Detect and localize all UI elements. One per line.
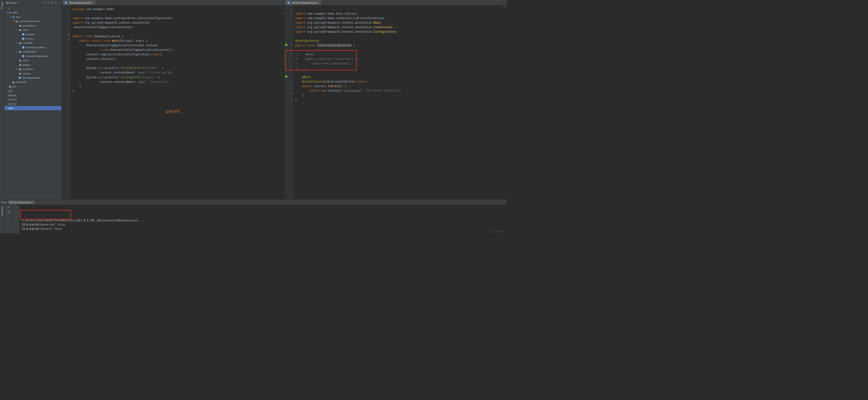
fold-icon[interactable]: ⊟ [68, 88, 69, 91]
tree-item[interactable]: ▾configuration [4, 50, 61, 54]
hide-icon[interactable]: — [59, 1, 60, 4]
rerun-icon[interactable]: ▶ [8, 206, 9, 209]
code-editor-left[interactable]: package com.example.demo; import com.exa… [70, 5, 284, 199]
console-output[interactable]: /Library/Java/JavaVirtualMachines/jdk1.8… [20, 204, 507, 233]
run-label: Run: [2, 201, 7, 204]
tree-item-label: listener [23, 63, 30, 66]
editor-gutter-right[interactable]: ⊟ ⊟ ⊟ ⊟ ⊟ ⊟ ⊟ [284, 5, 293, 199]
folder-icon [15, 20, 19, 23]
gear-icon[interactable]: ⚙ [55, 1, 57, 4]
locate-icon[interactable]: ⊕ [44, 1, 45, 4]
folder-icon [19, 41, 22, 45]
dropdown-arrow-icon[interactable]: ▾ [17, 1, 19, 4]
tree-item[interactable]: ELP.md [4, 102, 61, 106]
class-icon: C [22, 46, 25, 49]
tree-item[interactable]: ▾processor [4, 67, 61, 71]
dots-icon[interactable]: ⋯ [8, 215, 9, 218]
editor-pane-left: C DemoApplication.java × ▶ ▶ ⊟ ⊟ ⊟ ⊟ ⊟ [61, 0, 284, 200]
tree-item-label: Library [25, 37, 33, 40]
fold-icon[interactable]: ⊟ [68, 38, 69, 41]
close-icon[interactable]: × [32, 201, 33, 204]
project-tree[interactable]: c▾main▾java▾com.example.demoannotations▾… [4, 5, 61, 111]
run-panel: Run: ▤ DemoApplication × Structure ▶ 🔧 ⋯… [0, 200, 507, 234]
tree-item-label: java [16, 16, 20, 19]
folder-icon [19, 63, 22, 67]
structure-tool-label[interactable]: Structure [1, 206, 4, 216]
folder-icon [8, 11, 12, 15]
fold-icon[interactable]: ⊟ [68, 16, 69, 19]
tab-library-configuration[interactable]: C LibraryConfiguration.java × [285, 0, 321, 5]
fold-icon[interactable]: ⊟ [68, 84, 69, 86]
class-icon: C [65, 1, 67, 4]
run-config-icon: ▤ [10, 201, 12, 204]
run-config-name: DemoApplication [12, 201, 31, 204]
expand-icon[interactable]: ≡ [48, 1, 49, 4]
tree-item-label: ELP.md [8, 103, 17, 106]
editor-gutter-left[interactable]: ▶ ▶ ⊟ ⊟ ⊟ ⊟ ⊟ [61, 5, 70, 199]
run-panel-header: Run: ▤ DemoApplication × [0, 200, 507, 204]
tree-item[interactable]: ▾bean [4, 28, 61, 32]
tree-item[interactable]: service [4, 71, 61, 76]
close-icon[interactable]: × [92, 1, 93, 4]
fold-icon[interactable]: ⊟ [291, 84, 292, 86]
tree-arrow-icon[interactable]: ▾ [16, 28, 19, 31]
tree-item[interactable]: ▾java [4, 15, 61, 19]
fold-icon[interactable]: ⊟ [291, 66, 292, 68]
code-editor-right[interactable]: import com.example.demo.bean.Library;imp… [293, 5, 507, 199]
tree-item[interactable]: CLibrarianCondition [4, 45, 61, 50]
folder-icon [19, 50, 22, 53]
tree-item[interactable]: CDemoApplication [4, 76, 61, 80]
folder-icon [19, 28, 22, 32]
run-config-tab[interactable]: ▤ DemoApplication × [8, 200, 35, 204]
tree-arrow-icon[interactable]: ▾ [6, 11, 8, 14]
wrench-icon[interactable]: 🔧 [7, 211, 10, 213]
tree-item[interactable]: c [4, 6, 61, 10]
class-icon: C [22, 55, 25, 57]
fold-icon[interactable]: ⊟ [291, 43, 292, 46]
close-icon[interactable]: × [318, 1, 319, 4]
csdn-credit: CSDN @砖业洋_ [491, 230, 506, 233]
up-icon[interactable]: ↑ [16, 206, 17, 209]
tree-item[interactable]: CLibrary [4, 36, 61, 41]
tree-item[interactable]: itignore [4, 93, 61, 97]
tree-item[interactable]: ▾main [4, 10, 61, 15]
tree-item[interactable]: test [4, 84, 61, 88]
tab-demo-application[interactable]: C DemoApplication.java × [63, 0, 95, 5]
spring-bean-icon[interactable] [285, 44, 287, 46]
tree-arrow-icon[interactable]: ▾ [16, 50, 19, 53]
project-tool-label[interactable]: Project [1, 2, 4, 9]
tree-item[interactable]: listener [4, 62, 61, 67]
tree-item[interactable]: vnw [4, 106, 61, 110]
tree-item[interactable]: resources [4, 80, 61, 84]
check-icon: ✔ [281, 6, 282, 9]
spring-bean-icon[interactable] [285, 75, 287, 78]
tree-item[interactable]: rget [4, 89, 61, 93]
down-icon[interactable]: ↓ [16, 211, 17, 213]
tree-item[interactable]: CLibraryConfiguration [4, 54, 61, 58]
tree-item-label: service [23, 72, 30, 75]
tree-item[interactable]: CLibrarian [4, 32, 61, 36]
tree-arrow-icon[interactable]: ▾ [16, 41, 19, 44]
tree-item[interactable]: ▾com.example.demo [4, 19, 61, 23]
collapse-icon[interactable]: ≡ [52, 1, 53, 4]
left-tool-strip: Project [0, 0, 4, 200]
tree-item-label: c [8, 7, 10, 10]
editor-pane-right: C LibraryConfiguration.java × ⊟ ⊟ ⊟ ⊟ ⊟ … [284, 0, 507, 200]
tree-item[interactable]: ▾condition [4, 41, 61, 45]
fold-icon[interactable]: ⊟ [68, 34, 69, 36]
fold-icon[interactable]: ⊟ [291, 52, 292, 55]
tree-arrow-icon[interactable]: ▾ [9, 16, 12, 19]
tree-item[interactable]: emo.iml [4, 97, 61, 102]
fold-icon[interactable]: ⊟ [291, 93, 292, 95]
tree-arrow-icon[interactable]: ▾ [12, 20, 15, 23]
fold-icon[interactable]: ⊟ [291, 11, 292, 14]
tree-item-label: configuration [23, 50, 36, 53]
tab-label: DemoApplication.java [69, 1, 91, 4]
tree-item[interactable]: annotations [4, 23, 61, 28]
tree-item[interactable]: event [4, 58, 61, 62]
tree-arrow-icon[interactable]: ▾ [16, 68, 19, 70]
fold-icon[interactable]: ⊟ [291, 97, 292, 100]
warning-indicator[interactable]: ⚠ 1 [502, 6, 505, 9]
soft-wrap-icon[interactable]: ⇥ [16, 215, 17, 218]
watermark: @砖业洋__ [166, 109, 183, 114]
